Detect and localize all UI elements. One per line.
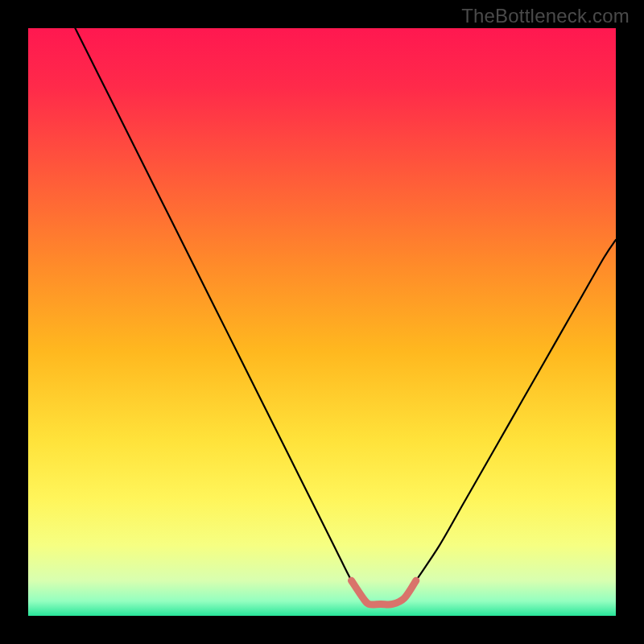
watermark-text: TheBottleneck.com <box>461 5 630 27</box>
plot-area <box>28 28 616 616</box>
bottleneck-curve <box>75 28 616 605</box>
optimal-range-highlight <box>352 580 416 605</box>
curve-layer <box>28 28 616 616</box>
chart-stage: TheBottleneck.com <box>0 0 644 644</box>
